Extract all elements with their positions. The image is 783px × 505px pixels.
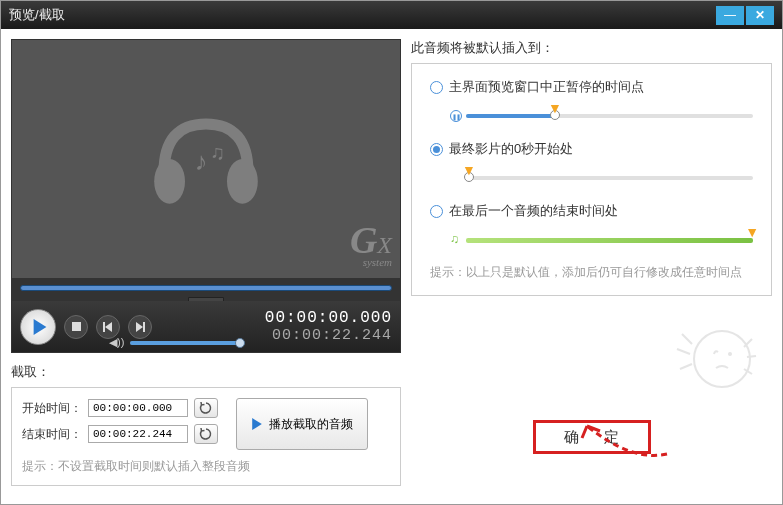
- timeline-viz-2: ▼: [450, 166, 753, 186]
- end-time-input[interactable]: [88, 425, 188, 443]
- radio-icon: [430, 205, 443, 218]
- svg-text:♫: ♫: [210, 141, 225, 163]
- radio-icon: [430, 143, 443, 156]
- svg-point-0: [154, 159, 185, 204]
- total-time: 00:00:22.244: [265, 327, 392, 344]
- cut-section-label: 截取：: [11, 363, 401, 381]
- radio-icon: [430, 81, 443, 94]
- content: ♪ ♫ GX system ▾: [1, 29, 782, 504]
- scrub-bar[interactable]: ▾: [11, 279, 401, 301]
- svg-point-7: [694, 331, 750, 387]
- insert-option-zero[interactable]: 最终影片的0秒开始处: [430, 140, 753, 158]
- reset-end-button[interactable]: [194, 424, 218, 444]
- play-cut-button[interactable]: 播放截取的音频: [236, 398, 368, 450]
- marker-icon: ▼: [462, 162, 476, 178]
- right-pane: 此音频将被默认插入到： 主界面预览窗口中正暂停的时间点 ▼ 最终影片的0秒开始处: [411, 39, 772, 494]
- window-title: 预览/截取: [9, 6, 714, 24]
- svg-rect-4: [72, 322, 81, 331]
- current-time: 00:00:00.000: [265, 309, 392, 327]
- insert-box: 主界面预览窗口中正暂停的时间点 ▼ 最终影片的0秒开始处 ▼: [411, 63, 772, 296]
- next-frame-button[interactable]: [128, 315, 152, 339]
- minimize-button[interactable]: —: [716, 6, 744, 25]
- end-time-label: 结束时间：: [22, 426, 82, 443]
- reset-start-button[interactable]: [194, 398, 218, 418]
- start-time-label: 开始时间：: [22, 400, 82, 417]
- headphones-icon: ♪ ♫: [136, 89, 276, 229]
- ok-button[interactable]: 确 定: [533, 420, 651, 454]
- timeline-viz-1: ▼: [450, 104, 753, 124]
- svg-rect-5: [103, 322, 105, 332]
- cut-box: 开始时间： 结束时间：: [11, 387, 401, 486]
- volume-control[interactable]: ◀)): [109, 336, 240, 349]
- svg-text:♪: ♪: [195, 147, 208, 175]
- timecode-display: 00:00:00.000 00:00:22.244: [265, 309, 392, 344]
- titlebar: 预览/截取 — ✕: [1, 1, 782, 29]
- insert-heading: 此音频将被默认插入到：: [411, 39, 772, 57]
- dialog-window: 预览/截取 — ✕ ♪ ♫ GX system ▾: [0, 0, 783, 505]
- svg-point-8: [728, 352, 732, 356]
- volume-icon: ◀)): [109, 336, 124, 349]
- watermark: GX system: [350, 218, 392, 268]
- left-pane: ♪ ♫ GX system ▾: [11, 39, 401, 494]
- insert-hint: 提示：以上只是默认值，添加后仍可自行修改成任意时间点: [430, 264, 753, 281]
- insert-option-after-last[interactable]: 在最后一个音频的结束时间处: [430, 202, 753, 220]
- play-button[interactable]: [20, 309, 56, 345]
- insert-option-pause-point[interactable]: 主界面预览窗口中正暂停的时间点: [430, 78, 753, 96]
- svg-rect-6: [143, 322, 145, 332]
- preview-area: ♪ ♫ GX system: [11, 39, 401, 279]
- svg-point-1: [227, 159, 258, 204]
- playback-controls: 00:00:00.000 00:00:22.244 ◀)): [11, 301, 401, 353]
- prev-frame-button[interactable]: [96, 315, 120, 339]
- stop-button[interactable]: [64, 315, 88, 339]
- close-button[interactable]: ✕: [746, 6, 774, 25]
- marker-icon: ▼: [745, 224, 759, 240]
- decoration-doodle: [652, 314, 762, 404]
- music-note-icon: ♫: [450, 232, 459, 246]
- start-time-input[interactable]: [88, 399, 188, 417]
- pause-icon: [450, 110, 462, 122]
- cut-hint: 提示：不设置截取时间则默认插入整段音频: [22, 458, 390, 475]
- timeline-viz-3: ♫ ▼: [450, 228, 753, 248]
- marker-icon: ▼: [548, 100, 562, 116]
